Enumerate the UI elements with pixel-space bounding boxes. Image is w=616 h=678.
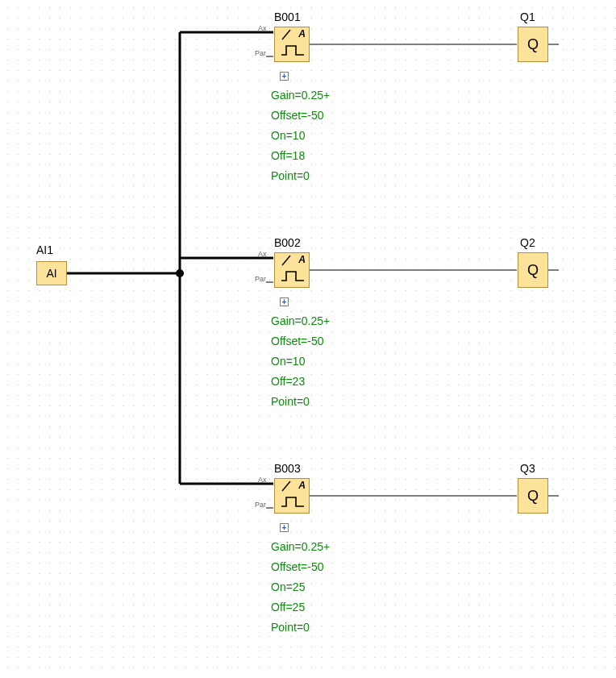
threshold-icon-letter: A	[298, 254, 306, 265]
param-off-b001: Off=18	[271, 149, 305, 162]
param-offset-b001: Offset=-50	[271, 109, 324, 122]
func-label-b003: B003	[274, 462, 301, 475]
func-label-b001: B001	[274, 10, 301, 23]
threshold-block-b002[interactable]: A	[274, 252, 310, 288]
output-symbol-q1: Q	[527, 36, 539, 53]
svg-line-17	[282, 481, 290, 491]
plus-icon: +	[282, 73, 287, 81]
svg-line-16	[282, 256, 290, 265]
input-label: AI1	[36, 243, 53, 256]
func-label-b002: B002	[274, 236, 301, 249]
pin-ax-b001: Ax	[258, 24, 267, 32]
svg-line-15	[282, 30, 290, 40]
threshold-icon: A	[277, 480, 307, 511]
pin-par-b002: Par	[255, 275, 266, 283]
expand-button-b002[interactable]: +	[280, 297, 289, 306]
output-block-q1[interactable]: Q	[518, 27, 548, 62]
output-block-q3[interactable]: Q	[518, 478, 548, 514]
pin-par-b001: Par	[255, 49, 266, 57]
param-offset-b003: Offset=-50	[271, 560, 324, 573]
threshold-block-b003[interactable]: A	[274, 478, 310, 514]
output-label-q3: Q3	[520, 462, 535, 475]
pin-par-b003: Par	[255, 501, 266, 509]
threshold-icon-letter: A	[298, 480, 306, 491]
pin-ax-b002: Ax	[258, 250, 267, 258]
param-gain-b003: Gain=0.25+	[271, 540, 330, 553]
analog-input-block[interactable]: AI	[36, 261, 67, 285]
param-point-b003: Point=0	[271, 621, 310, 634]
param-on-b001: On=10	[271, 129, 305, 142]
output-label-q2: Q2	[520, 236, 535, 249]
param-on-b002: On=10	[271, 355, 305, 368]
svg-point-5	[176, 269, 184, 277]
expand-button-b003[interactable]: +	[280, 523, 289, 532]
output-symbol-q2: Q	[527, 262, 539, 279]
param-offset-b002: Offset=-50	[271, 335, 324, 347]
param-point-b002: Point=0	[271, 395, 310, 408]
param-gain-b001: Gain=0.25+	[271, 89, 330, 102]
diagram-canvas: AI1 AI B001 Ax Par A + Gain=0.25+ Offset…	[0, 0, 616, 678]
param-off-b003: Off=25	[271, 601, 305, 614]
param-off-b002: Off=23	[271, 375, 305, 388]
threshold-icon-letter: A	[298, 28, 306, 40]
plus-icon: +	[282, 524, 287, 532]
output-block-q2[interactable]: Q	[518, 252, 548, 288]
expand-button-b001[interactable]: +	[280, 72, 289, 81]
threshold-icon: A	[277, 255, 307, 285]
threshold-icon: A	[277, 29, 307, 60]
param-gain-b002: Gain=0.25+	[271, 314, 330, 327]
param-on-b003: On=25	[271, 580, 305, 593]
plus-icon: +	[282, 298, 287, 306]
threshold-block-b001[interactable]: A	[274, 27, 310, 62]
param-point-b001: Point=0	[271, 169, 310, 182]
output-symbol-q3: Q	[527, 488, 539, 505]
pin-ax-b003: Ax	[258, 476, 267, 484]
analog-input-symbol: AI	[46, 267, 56, 280]
output-label-q1: Q1	[520, 10, 535, 23]
